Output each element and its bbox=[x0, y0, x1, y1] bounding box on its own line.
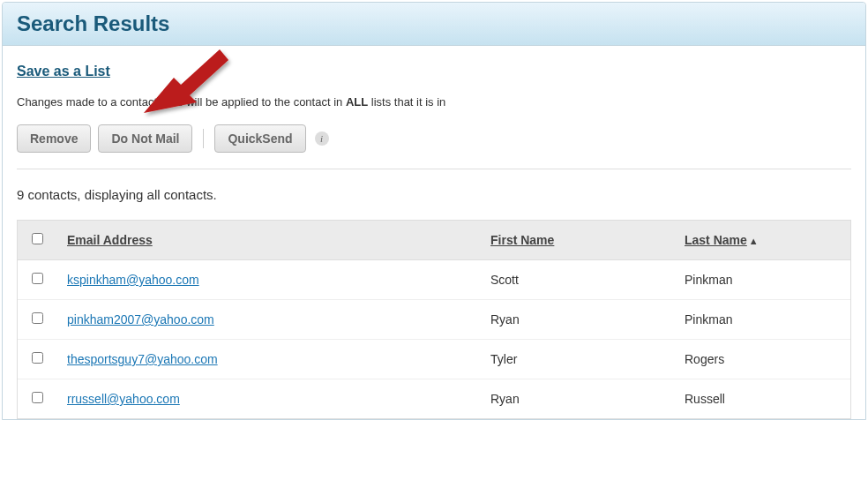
sort-asc-icon: ▲ bbox=[749, 236, 759, 246]
search-results-panel: Search Results Save as a List Changes ma… bbox=[2, 2, 866, 420]
cell-first-name: Tyler bbox=[480, 340, 674, 379]
action-toolbar: Remove Do Not Mail QuickSend i bbox=[17, 124, 851, 169]
remove-button[interactable]: Remove bbox=[17, 124, 91, 153]
table-row: pinkham2007@yahoo.comRyanPinkman bbox=[18, 300, 850, 340]
save-as-list-link[interactable]: Save as a List bbox=[17, 64, 110, 79]
row-checkbox[interactable] bbox=[32, 392, 43, 403]
cell-email: thesportsguy7@yahoo.com bbox=[56, 340, 480, 379]
email-link[interactable]: rrussell@yahoo.com bbox=[67, 392, 180, 406]
info-suffix: lists that it is in bbox=[368, 95, 445, 109]
table-row: rrussell@yahoo.comRyanRussell bbox=[18, 379, 850, 419]
page-title: Search Results bbox=[17, 11, 851, 36]
table-row: kspinkham@yahoo.comScottPinkman bbox=[18, 260, 850, 300]
column-last-name[interactable]: Last Name▲ bbox=[674, 221, 850, 260]
select-all-header bbox=[18, 221, 56, 260]
contacts-table-wrap: Email Address First Name Last Name▲ kspi… bbox=[17, 220, 851, 419]
annotation-arrow-icon bbox=[137, 49, 234, 129]
panel-header: Search Results bbox=[3, 3, 865, 46]
do-not-mail-button[interactable]: Do Not Mail bbox=[98, 124, 192, 153]
table-header-row: Email Address First Name Last Name▲ bbox=[18, 221, 850, 260]
info-bold: ALL bbox=[346, 95, 368, 109]
cell-last-name: Pinkman bbox=[674, 300, 850, 340]
column-first-name[interactable]: First Name bbox=[480, 221, 674, 260]
contacts-table: Email Address First Name Last Name▲ kspi… bbox=[18, 221, 850, 418]
cell-first-name: Ryan bbox=[480, 379, 674, 419]
row-checkbox-cell bbox=[18, 300, 56, 340]
cell-last-name: Russell bbox=[674, 379, 850, 419]
cell-first-name: Scott bbox=[480, 260, 674, 300]
cell-last-name: Pinkman bbox=[674, 260, 850, 300]
quicksend-button[interactable]: QuickSend bbox=[214, 124, 305, 153]
results-summary: 9 contacts, displaying all contacts. bbox=[17, 187, 851, 202]
cell-email: pinkham2007@yahoo.com bbox=[56, 300, 480, 340]
table-row: thesportsguy7@yahoo.comTylerRogers bbox=[18, 340, 850, 379]
row-checkbox-cell bbox=[18, 260, 56, 300]
cell-first-name: Ryan bbox=[480, 300, 674, 340]
row-checkbox-cell bbox=[18, 340, 56, 379]
info-prefix: Changes made to a contact here will be a… bbox=[17, 95, 346, 109]
column-email[interactable]: Email Address bbox=[56, 221, 480, 260]
email-link[interactable]: pinkham2007@yahoo.com bbox=[67, 312, 214, 327]
panel-body: Save as a List Changes made to a contact… bbox=[3, 46, 865, 419]
email-link[interactable]: thesportsguy7@yahoo.com bbox=[67, 352, 218, 366]
select-all-checkbox[interactable] bbox=[32, 233, 43, 244]
row-checkbox[interactable] bbox=[32, 273, 43, 284]
toolbar-separator bbox=[203, 129, 204, 148]
info-icon[interactable]: i bbox=[315, 131, 329, 146]
row-checkbox[interactable] bbox=[32, 312, 43, 324]
applied-all-lists-note: Changes made to a contact here will be a… bbox=[17, 95, 851, 109]
cell-email: kspinkham@yahoo.com bbox=[56, 260, 480, 300]
row-checkbox-cell bbox=[18, 379, 56, 419]
row-checkbox[interactable] bbox=[32, 352, 43, 364]
email-link[interactable]: kspinkham@yahoo.com bbox=[67, 273, 199, 287]
cell-last-name: Rogers bbox=[674, 340, 850, 379]
cell-email: rrussell@yahoo.com bbox=[56, 379, 480, 419]
